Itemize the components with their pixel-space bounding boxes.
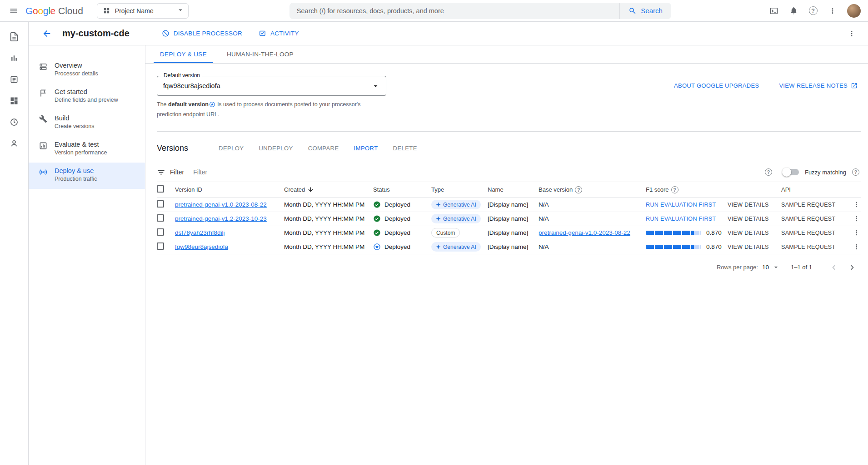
next-page-button[interactable] bbox=[843, 258, 861, 277]
pinned-product-admin-icon[interactable] bbox=[5, 135, 23, 152]
row-checkbox[interactable] bbox=[157, 214, 164, 222]
pinned-product-dashboard-icon[interactable] bbox=[5, 92, 23, 109]
dropdown-arrow-icon bbox=[371, 82, 380, 90]
type-badge: Generative AI bbox=[431, 200, 481, 209]
pinned-product-history-icon[interactable] bbox=[5, 114, 23, 131]
help-button[interactable] bbox=[804, 2, 822, 20]
genai-sparkle-icon bbox=[436, 244, 441, 249]
row-menu-button[interactable] bbox=[849, 212, 863, 226]
f1-score-help-icon[interactable] bbox=[671, 186, 678, 193]
notifications-button[interactable] bbox=[784, 2, 803, 20]
project-selector[interactable]: Project Name bbox=[97, 3, 189, 19]
search-button[interactable]: Search bbox=[619, 3, 671, 19]
rows-per-page-select[interactable]: 10 bbox=[762, 263, 780, 271]
column-header-version-id[interactable]: Version ID bbox=[175, 186, 284, 193]
delete-button[interactable]: DELETE bbox=[387, 141, 424, 155]
sample-request-button[interactable]: SAMPLE REQUEST bbox=[781, 230, 836, 236]
sidebar-item-build[interactable]: Build Create versions bbox=[29, 110, 145, 136]
tab-deploy-use[interactable]: DEPLOY & USE bbox=[150, 45, 217, 63]
base-version-help-icon[interactable] bbox=[575, 186, 582, 193]
version-id-link[interactable]: pretrained-genai-v1.0-2023-08-22 bbox=[175, 201, 267, 208]
versions-header: Versions DEPLOY UNDEPLOY COMPARE IMPORT … bbox=[157, 141, 861, 155]
cloud-shell-button[interactable] bbox=[765, 2, 783, 20]
prev-page-button[interactable] bbox=[825, 258, 843, 277]
run-evaluation-first-link[interactable]: RUN EVALUATION FIRST bbox=[646, 216, 716, 222]
view-details-button[interactable]: VIEW DETAILS bbox=[728, 216, 769, 222]
deploy-button[interactable]: DEPLOY bbox=[212, 141, 250, 155]
avatar[interactable] bbox=[847, 4, 861, 18]
select-all-checkbox[interactable] bbox=[157, 185, 164, 193]
view-details-button[interactable]: VIEW DETAILS bbox=[728, 230, 769, 236]
filter-help-icon[interactable] bbox=[765, 168, 772, 176]
sample-request-button[interactable]: SAMPLE REQUEST bbox=[781, 216, 836, 222]
sample-request-button[interactable]: SAMPLE REQUEST bbox=[781, 202, 836, 208]
sidebar-item-evaluate-test[interactable]: Evaluate & test Version performance bbox=[29, 136, 145, 163]
view-details-button[interactable]: VIEW DETAILS bbox=[728, 202, 769, 208]
more-vert-icon bbox=[853, 201, 860, 208]
default-version-select[interactable]: fqw98eur8ajsediofa bbox=[157, 76, 386, 96]
default-version-value: fqw98eur8ajsediofa bbox=[163, 82, 220, 89]
row-checkbox[interactable] bbox=[157, 228, 164, 236]
run-evaluation-first-link[interactable]: RUN EVALUATION FIRST bbox=[646, 202, 716, 208]
sidebar-item-overview[interactable]: Overview Processor details bbox=[29, 57, 145, 84]
filter-input[interactable] bbox=[193, 168, 765, 176]
sample-request-button[interactable]: SAMPLE REQUEST bbox=[781, 244, 836, 250]
column-header-type[interactable]: Type bbox=[431, 186, 488, 193]
undeploy-button[interactable]: UNDEPLOY bbox=[253, 141, 299, 155]
version-id-link[interactable]: fqw98eur8ajsediofa bbox=[175, 243, 228, 250]
menu-button[interactable] bbox=[5, 2, 23, 20]
about-google-upgrades-link[interactable]: ABOUT GOOGLE UPGRADES bbox=[674, 82, 759, 89]
view-release-notes-link[interactable]: VIEW RELEASE NOTES bbox=[779, 82, 858, 89]
type-label: Generative AI bbox=[443, 202, 476, 208]
row-menu-button[interactable] bbox=[849, 198, 863, 212]
activity-button[interactable]: ACTIVITY bbox=[254, 26, 304, 40]
row-checkbox[interactable] bbox=[157, 200, 164, 208]
search-input[interactable] bbox=[289, 3, 619, 19]
processor-sidebar: Overview Processor details Get started D… bbox=[29, 45, 145, 465]
status-label: Deployed bbox=[384, 215, 410, 222]
top-app-bar: Google Cloud Project Name Search bbox=[0, 0, 868, 22]
processor-more-button[interactable] bbox=[843, 25, 861, 43]
pinned-product-list-icon[interactable] bbox=[5, 71, 23, 88]
view-details-button[interactable]: VIEW DETAILS bbox=[728, 244, 769, 250]
default-version-section: Default version fqw98eur8ajsediofa The d… bbox=[157, 76, 861, 119]
more-options-button[interactable] bbox=[823, 2, 842, 20]
base-version-link[interactable]: pretrained-genai-v1.0-2023-08-22 bbox=[539, 229, 630, 236]
column-header-name[interactable]: Name bbox=[488, 186, 539, 193]
deployed-check-icon bbox=[373, 201, 381, 208]
more-vert-icon bbox=[853, 229, 860, 237]
column-header-status[interactable]: Status bbox=[373, 186, 431, 193]
tab-human-in-the-loop[interactable]: HUMAN-IN-THE-LOOP bbox=[217, 45, 304, 63]
google-cloud-logo[interactable]: Google Cloud bbox=[25, 5, 83, 16]
fuzzy-matching-toggle[interactable] bbox=[783, 169, 799, 175]
filter-toolbar: Filter Fuzzy matching bbox=[157, 163, 861, 182]
type-label: Custom bbox=[436, 230, 455, 236]
nav-item-sublabel: Define fields and preview bbox=[55, 97, 118, 103]
column-header-created[interactable]: Created bbox=[284, 186, 373, 193]
fuzzy-matching-help-icon[interactable] bbox=[852, 168, 859, 176]
version-id-link[interactable]: dsf78yah23rhf8dilj bbox=[175, 229, 225, 236]
row-menu-button[interactable] bbox=[849, 240, 863, 254]
more-vert-icon bbox=[848, 30, 856, 38]
row-menu-button[interactable] bbox=[849, 226, 863, 240]
type-label: Generative AI bbox=[443, 216, 476, 222]
disable-processor-button[interactable]: DISABLE PROCESSOR bbox=[157, 26, 247, 40]
flag-icon bbox=[38, 89, 48, 98]
sidebar-item-get-started[interactable]: Get started Define fields and preview bbox=[29, 84, 145, 110]
document-ai-product-icon[interactable] bbox=[5, 28, 23, 45]
back-button[interactable] bbox=[38, 25, 56, 43]
filter-label: Filter bbox=[170, 168, 184, 176]
base-version-cell: N/A bbox=[539, 215, 646, 222]
disable-processor-label: DISABLE PROCESSOR bbox=[174, 30, 242, 37]
product-icon-rail bbox=[0, 22, 29, 465]
column-header-base-version[interactable]: Base version bbox=[539, 186, 646, 193]
page-title: my-custom-cde bbox=[62, 28, 130, 39]
version-id-link[interactable]: pretrained-genai-v1.2-2023-10-23 bbox=[175, 215, 267, 222]
import-button[interactable]: IMPORT bbox=[348, 141, 384, 155]
sidebar-item-deploy-use[interactable]: Deploy & use Production traffic bbox=[29, 163, 145, 189]
pinned-product-chart-icon[interactable] bbox=[5, 49, 23, 67]
f1-score-bar bbox=[646, 231, 701, 235]
compare-button[interactable]: COMPARE bbox=[302, 141, 345, 155]
column-header-f1-score[interactable]: F1 score bbox=[646, 186, 728, 193]
row-checkbox[interactable] bbox=[157, 242, 164, 250]
